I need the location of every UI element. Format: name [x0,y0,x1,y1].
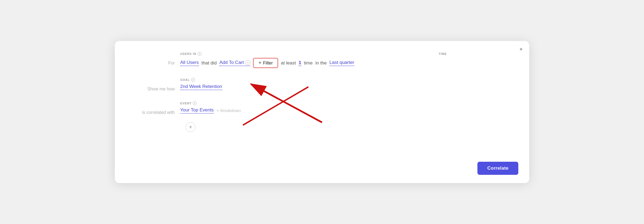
goal-value-link[interactable]: 2nd Week Retention [180,84,222,90]
goal-field-label: GOAL i [180,78,222,82]
goal-content: GOAL i 2nd Week Retention [180,78,222,90]
all-users-link[interactable]: All Users [180,60,199,66]
filter-plus-icon: + [258,60,261,66]
goal-info-icon[interactable]: i [191,78,195,82]
close-button[interactable]: × [519,46,523,52]
at-least-text: at least [281,60,296,66]
in-the-text: in the [315,60,327,66]
add-to-cart-tag[interactable]: Add To Cart × [219,60,250,66]
event-value-link[interactable]: Your Top Events [180,107,214,114]
show-me-how-label: Show me how [131,78,180,92]
add-row-area: + [186,122,513,132]
goal-row: 2nd Week Retention [180,84,222,90]
goal-section: Show me how GOAL i 2nd Week Retention [131,78,513,92]
event-info-icon[interactable]: i [193,101,197,105]
that-did-text: that did [201,60,217,66]
filter-label: Filter [263,61,273,66]
add-plus-icon: + [189,124,192,130]
modal-container: × For USERS IN i TIME All Users [115,41,529,183]
time-label-text: time [304,60,313,66]
users-section: For USERS IN i TIME All Users that did A… [131,52,513,68]
event-tag-label: Add To Cart [219,60,244,65]
breakdown-plus-icon: + [216,108,219,113]
event-tag-close-icon[interactable]: × [245,60,250,65]
breakdown-button[interactable]: + Breakdown [216,108,241,113]
correlate-button[interactable]: Correlate [477,162,518,175]
event-content: EVENT i Your Top Events + Breakdown [180,101,241,114]
event-field-label: EVENT i [180,101,241,105]
event-row: Your Top Events + Breakdown [180,107,241,114]
users-content: USERS IN i TIME All Users that did Add T… [180,52,447,68]
time-value-link[interactable]: Last quarter [329,60,354,66]
users-in-info-icon[interactable]: i [198,52,201,56]
filter-button[interactable]: + Filter [253,58,278,68]
time-field-label: TIME [439,52,447,55]
event-section: is correlated with EVENT i Your Top Even… [131,101,513,115]
breakdown-label: Breakdown [220,108,241,113]
count-value[interactable]: 1 [299,60,301,66]
users-in-field-label: USERS IN i TIME [180,52,447,56]
add-row-button[interactable]: + [186,122,195,132]
is-correlated-label: is correlated with [131,101,180,115]
users-row: All Users that did Add To Cart × + Filte… [180,58,447,68]
for-label: For [131,52,180,66]
